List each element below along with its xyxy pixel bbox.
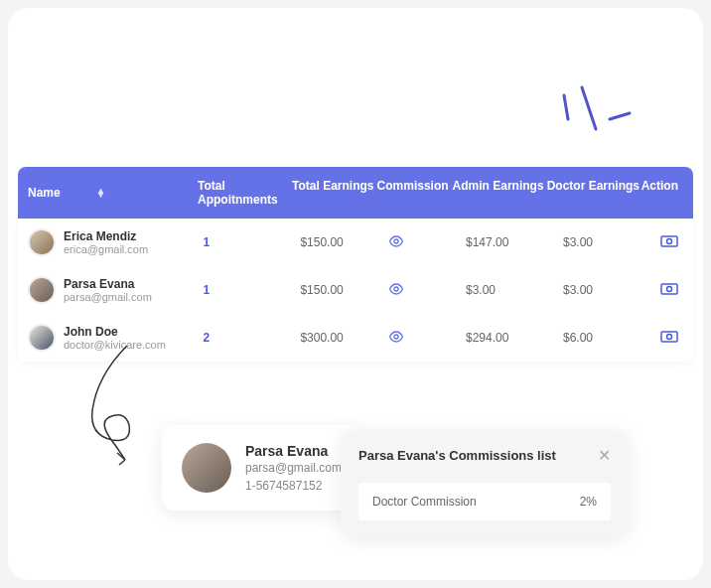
avatar	[28, 324, 56, 352]
row-admin: $147.00	[466, 235, 563, 249]
view-icon[interactable]	[660, 235, 678, 250]
modal-title: Parsa Evana's Commissions list	[358, 448, 556, 463]
header-action: Action	[641, 179, 683, 207]
svg-point-5	[667, 238, 672, 243]
header-admin[interactable]: Admin Earnings	[453, 179, 547, 207]
row-appointments: 1	[203, 235, 300, 249]
table-row: Erica Mendizerica@gmail.com 1 $150.00 $1…	[18, 219, 693, 266]
row-name: Parsa Evana	[64, 277, 152, 291]
main-card: Name▴▾ Total Appoitnments Total Earnings…	[8, 8, 703, 580]
svg-point-8	[667, 286, 672, 291]
svg-rect-7	[661, 284, 677, 294]
profile-phone: 1-5674587152	[245, 479, 342, 493]
table-header: Name▴▾ Total Appoitnments Total Earnings…	[18, 167, 693, 219]
row-email: erica@gmail.com	[64, 243, 148, 255]
table-row: Parsa Evanaparsa@gmail.com 1 $150.00 $3.…	[18, 266, 693, 314]
avatar	[28, 276, 56, 304]
earnings-table: Name▴▾ Total Appoitnments Total Earnings…	[18, 167, 693, 362]
row-appointments: 1	[203, 283, 300, 297]
row-appointments: 2	[203, 331, 300, 345]
header-appointments[interactable]: Total Appoitnments	[198, 179, 292, 207]
profile-avatar	[182, 443, 231, 493]
svg-rect-10	[661, 332, 677, 342]
commission-value: 2%	[580, 495, 597, 509]
svg-line-2	[610, 113, 630, 119]
row-earnings: $300.00	[300, 331, 387, 345]
profile-name: Parsa Evana	[245, 443, 342, 459]
header-earnings[interactable]: Total Earnings	[292, 179, 377, 207]
commissions-modal: Parsa Evana's Commissions list ✕ Doctor …	[341, 430, 629, 536]
svg-point-6	[394, 287, 398, 291]
row-email: parsa@gmail.com	[64, 291, 152, 303]
row-doctor: $3.00	[563, 235, 660, 249]
svg-point-11	[667, 334, 672, 339]
eye-icon[interactable]	[388, 331, 404, 346]
svg-line-0	[564, 95, 568, 119]
commission-label: Doctor Commission	[372, 495, 477, 509]
row-doctor: $6.00	[563, 331, 660, 345]
header-commission[interactable]: Commission	[377, 179, 453, 207]
decoration-lines	[554, 77, 634, 151]
profile-card: Parsa Evana parsa@gmail.com 1-5674587152	[162, 425, 360, 511]
eye-icon[interactable]	[388, 235, 404, 250]
row-admin: $294.00	[466, 331, 563, 345]
view-icon[interactable]	[660, 283, 678, 298]
arrow-decoration	[68, 336, 167, 475]
sort-icon[interactable]: ▴▾	[98, 189, 103, 197]
row-earnings: $150.00	[300, 283, 387, 297]
header-name[interactable]: Name▴▾	[28, 179, 198, 207]
avatar	[28, 228, 56, 256]
close-icon[interactable]: ✕	[598, 446, 611, 465]
row-admin: $3.00	[466, 283, 563, 297]
row-doctor: $3.00	[563, 283, 660, 297]
svg-point-9	[394, 335, 398, 339]
svg-rect-4	[661, 236, 677, 246]
header-doctor[interactable]: Doctor Earnings	[547, 179, 641, 207]
svg-line-1	[582, 87, 596, 129]
eye-icon[interactable]	[388, 283, 404, 298]
view-icon[interactable]	[660, 331, 678, 346]
row-earnings: $150.00	[300, 235, 387, 249]
commission-row: Doctor Commission 2%	[358, 483, 611, 520]
row-name: Erica Mendiz	[64, 229, 148, 243]
profile-email: parsa@gmail.com	[245, 461, 342, 475]
svg-point-3	[394, 239, 398, 243]
